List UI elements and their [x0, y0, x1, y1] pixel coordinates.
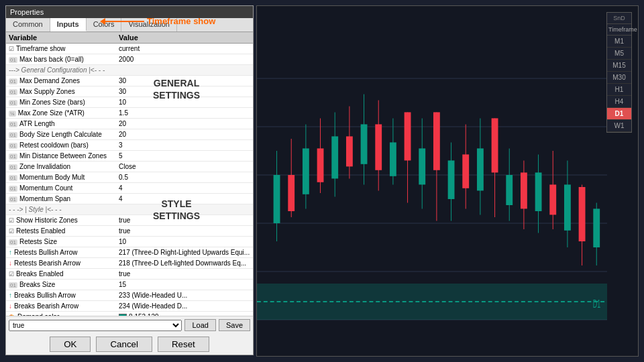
inputs-table: Variable Value ☑Timeframe showcurrent01M…	[6, 32, 253, 316]
tab-visualization[interactable]: Visualization	[121, 18, 177, 32]
table-row: 01ATR Length20	[6, 119, 253, 129]
svg-rect-34	[448, 160, 455, 199]
row-variable: ↑Breaks Bullish Arrow	[6, 290, 116, 301]
row-variable: 01ATR Length	[6, 119, 116, 129]
row-value[interactable]: 234 (Wide-Headed D...	[116, 301, 253, 312]
svg-rect-10	[274, 175, 280, 223]
svg-rect-32	[433, 112, 440, 170]
row-value[interactable]: 3	[116, 140, 253, 151]
svg-rect-20	[346, 136, 353, 166]
row-value[interactable]: 30	[116, 76, 253, 86]
row-value[interactable]: 0.5	[116, 172, 253, 183]
table-row: 01Body Size Length Calculate20	[6, 129, 253, 140]
row-variable: 01Min Distance Between Zones	[6, 151, 116, 162]
reset-button[interactable]: Reset	[158, 337, 209, 352]
tab-colors[interactable]: Colors	[87, 18, 122, 32]
row-variable: ↑Retests Bullish Arrow	[6, 247, 116, 258]
col-variable: Variable	[6, 32, 116, 44]
row-variable: 01Momentum Count	[6, 183, 116, 194]
row-value[interactable]: 10	[116, 237, 253, 247]
row-value[interactable]: true	[116, 215, 253, 226]
svg-rect-22	[361, 124, 368, 164]
row-variable: 01Max Supply Zones	[6, 86, 116, 97]
d1-label: D1	[593, 298, 600, 310]
dialog-titlebar: Properties	[6, 6, 253, 18]
row-value[interactable]: 233 (Wide-Headed U...	[116, 290, 253, 301]
svg-rect-46	[535, 172, 542, 211]
save-button[interactable]: Save	[219, 319, 250, 331]
table-row: ↓Retests Bearish Arrow218 (Three-D Left-…	[6, 258, 253, 269]
row-value[interactable]: true	[116, 269, 253, 280]
inputs-table-container: Variable Value ☑Timeframe showcurrent01M…	[6, 32, 253, 316]
table-row: ↑Breaks Bullish Arrow233 (Wide-Headed U.…	[6, 290, 253, 301]
row-value[interactable]: 10	[116, 97, 253, 108]
row-value[interactable]: true	[116, 226, 253, 237]
table-row: 01Retests Size10	[6, 237, 253, 247]
dialog-footer: true false Load Save	[6, 316, 253, 334]
table-row: ☑Timeframe showcurrent	[6, 44, 253, 54]
table-row: 01Momentum Body Mult0.5	[6, 172, 253, 183]
svg-rect-16	[317, 148, 324, 182]
cancel-button[interactable]: Cancel	[96, 337, 152, 352]
row-value[interactable]: 2000	[116, 54, 253, 65]
tf-item-m5[interactable]: M5	[607, 48, 631, 60]
col-value: Value	[116, 32, 253, 44]
table-row: ☑Breaks Enabledtrue	[6, 269, 253, 280]
row-value[interactable]: 5	[116, 151, 253, 162]
svg-rect-42	[506, 175, 513, 205]
alerts-select[interactable]: true false	[9, 320, 182, 331]
tf-item-w1[interactable]: W1	[607, 120, 631, 132]
table-row: - - -> | Style |<- - -	[6, 204, 253, 215]
row-value[interactable]: 15	[116, 280, 253, 290]
table-row: 01Momentum Span4	[6, 194, 253, 204]
row-variable: ☑Breaks Enabled	[6, 269, 116, 280]
tf-item-m30[interactable]: M30	[607, 72, 631, 84]
row-variable: 01Zone Invalidation	[6, 162, 116, 172]
row-variable: 01Momentum Span	[6, 194, 116, 204]
table-row: 01Max bars back (0=all)2000	[6, 54, 253, 65]
svg-rect-54	[593, 208, 600, 247]
table-row: ↑Retests Bullish Arrow217 (Three-D Right…	[6, 247, 253, 258]
tf-item-d1[interactable]: D1	[607, 108, 631, 120]
row-value[interactable]: 218 (Three-D Left-lighted Downwards Eq..…	[116, 258, 253, 269]
tf-item-m1[interactable]: M1	[607, 36, 631, 48]
svg-rect-24	[375, 124, 382, 170]
tab-inputs[interactable]: Inputs	[50, 18, 87, 32]
load-button[interactable]: Load	[184, 319, 215, 331]
row-variable: ☑Timeframe show	[6, 44, 116, 54]
row-variable: ⅛Max Zone Size (*ATR)	[6, 108, 116, 119]
timeframe-sidebar: SnD Timeframe M1 M5 M15 M30 H1 H4 D1 W1	[606, 12, 632, 133]
tf-item-h1[interactable]: H1	[607, 84, 631, 96]
row-variable: 01Retests Size	[6, 237, 116, 247]
tf-item-m15[interactable]: M15	[607, 60, 631, 72]
row-variable: ↓Breaks Bearish Arrow	[6, 301, 116, 312]
svg-rect-50	[564, 184, 571, 230]
tf-item-h4[interactable]: H4	[607, 96, 631, 108]
table-row: ⅛Max Zone Size (*ATR)1.5	[6, 108, 253, 119]
row-value[interactable]: 20	[116, 129, 253, 140]
row-value[interactable]: 217 (Three-D Right-Lighted Upwards Equi.…	[116, 247, 253, 258]
row-value[interactable]: 4	[116, 194, 253, 204]
table-row: 01Max Supply Zones30	[6, 86, 253, 97]
table-row: 01Breaks Size15	[6, 280, 253, 290]
row-value[interactable]: 1.5	[116, 108, 253, 119]
svg-rect-38	[477, 148, 484, 190]
table-row: ☑Show Historic Zonestrue	[6, 215, 253, 226]
row-variable: 01Min Zones Size (bars)	[6, 97, 116, 108]
row-value[interactable]: Close	[116, 162, 253, 172]
row-value[interactable]: current	[116, 44, 253, 54]
row-value[interactable]: 30	[116, 86, 253, 97]
row-variable: 01Retest cooldown (bars)	[6, 140, 116, 151]
dialog-title-text: Properties	[10, 8, 44, 16]
svg-rect-52	[579, 187, 586, 241]
table-row: 01Min Distance Between Zones5	[6, 151, 253, 162]
tab-bar: Common Inputs Colors Visualization	[6, 18, 253, 32]
tab-common[interactable]: Common	[6, 18, 50, 32]
ok-button[interactable]: OK	[50, 337, 91, 352]
tf-sidebar-header: SnD	[607, 13, 631, 24]
row-value[interactable]: 20	[116, 119, 253, 129]
table-row: 01Max Demand Zones30	[6, 76, 253, 86]
table-row: ☑Retests Enabledtrue	[6, 226, 253, 237]
table-row: 01Zone InvalidationClose	[6, 162, 253, 172]
row-value[interactable]: 4	[116, 183, 253, 194]
